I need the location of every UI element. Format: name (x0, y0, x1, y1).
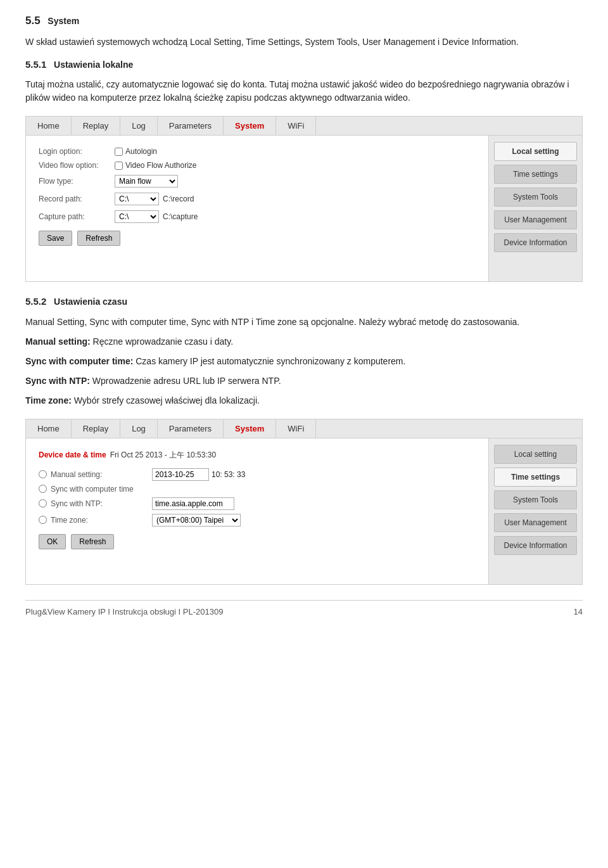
sub2-para3-bold: Sync with computer time: (25, 356, 133, 366)
videoflow-label: Video flow option: (39, 161, 115, 170)
manual-radio[interactable] (39, 470, 47, 478)
flowtype-select[interactable]: Main flow (115, 175, 178, 188)
sub-number-2: 5.5.2 (25, 296, 46, 307)
sidebar-btn-tools-2[interactable]: System Tools (494, 490, 577, 509)
screenshot-2-sidebar: Local setting Time settings System Tools… (488, 438, 582, 584)
section-intro: W skład ustawień systemowych wchodzą Loc… (25, 35, 583, 49)
flowtype-label: Flow type: (39, 177, 115, 186)
sidebar-btn-tools-1[interactable]: System Tools (494, 188, 577, 207)
sidebar-btn-users-1[interactable]: User Management (494, 210, 577, 229)
autologin-checkbox[interactable] (115, 148, 123, 156)
subsection-551: 5.5.1 Ustawienia lokalne Tutaj można ust… (25, 58, 583, 105)
nav-home-1[interactable]: Home (26, 117, 72, 135)
sidebar-btn-local-1[interactable]: Local setting (494, 142, 577, 161)
nav-log-1[interactable]: Log (120, 117, 158, 135)
footer-left: Plug&View Kamery IP I Instrukcja obsługi… (25, 607, 223, 616)
form-row-devicedate: Device date & time Fri Oct 25 2013 - 上午 … (39, 450, 476, 461)
device-date-value: Fri Oct 25 2013 - 上午 10:53:30 (110, 450, 216, 461)
footer-right: 14 (574, 607, 583, 616)
videoflow-checkbox[interactable] (115, 162, 123, 170)
capturepath-value2: C:\capture (163, 212, 198, 221)
screenshot-1-main: Login option: Autologin Video flow optio… (26, 136, 488, 281)
screenshot-2-main: Device date & time Fri Oct 25 2013 - 上午 … (26, 438, 488, 584)
sub2-para3: Sync with computer time: Czas kamery IP … (25, 355, 583, 368)
save-button-1[interactable]: Save (39, 231, 72, 246)
form-buttons-2: OK Refresh (39, 534, 476, 549)
form-row-login: Login option: Autologin (39, 147, 476, 156)
sidebar-btn-local-2[interactable]: Local setting (494, 445, 577, 464)
screenshot-1-content: Login option: Autologin Video flow optio… (26, 136, 582, 281)
form-buttons-1: Save Refresh (39, 231, 476, 246)
sub2-para5-rest: Wybór strefy czasowej właściwej dla loka… (72, 395, 260, 405)
form-row-syncntp: Sync with NTP: (39, 497, 476, 510)
login-value: Autologin (125, 147, 157, 156)
manual-date-input[interactable] (152, 468, 209, 481)
recordpath-label: Record path: (39, 195, 115, 203)
subsection-552: 5.5.2 Ustawienia czasu Manual Setting, S… (25, 295, 583, 407)
nav-log-2[interactable]: Log (120, 419, 158, 438)
syncntp-radio[interactable] (39, 499, 47, 507)
sub2-para1: Manual Setting, Sync with computer time,… (25, 316, 583, 329)
timezone-select[interactable]: (GMT+08:00) Taipei (152, 514, 241, 527)
sub2-para4-bold: Sync with NTP: (25, 376, 90, 386)
nav-system-1[interactable]: System (224, 117, 276, 135)
sub2-para3-rest: Czas kamery IP jest automatycznie synchr… (133, 356, 405, 366)
sub2-para2: Manual setting: Ręczne wprowadzanie czas… (25, 335, 583, 348)
nav-replay-2[interactable]: Replay (72, 419, 120, 438)
sub-title-2: Ustawienia czasu (54, 297, 127, 307)
nav-parameters-1[interactable]: Parameters (158, 117, 224, 135)
syncntp-label: Sync with NTP: (51, 499, 152, 508)
footer: Plug&View Kamery IP I Instrukcja obsługi… (25, 600, 583, 616)
nav-replay-1[interactable]: Replay (72, 117, 120, 135)
synccomputer-radio[interactable] (39, 485, 47, 493)
sub2-para2-rest: Ręczne wprowadzanie czasu i daty. (91, 336, 233, 347)
nav-wifi-1[interactable]: WiFi (276, 117, 316, 135)
timezone-label: Time zone: (51, 516, 152, 525)
sidebar-btn-devinfo-2[interactable]: Device Information (494, 536, 577, 555)
videoflow-value: Video Flow Authorize (125, 161, 197, 170)
screenshot-2: Home Replay Log Parameters System WiFi D… (25, 419, 583, 585)
nav-bar-2: Home Replay Log Parameters System WiFi (26, 419, 582, 438)
form-row-recordpath: Record path: C:\ C:\record (39, 193, 476, 205)
section-55: 5.5 System W skład ustawień systemowych … (25, 13, 583, 49)
form-row-capturepath: Capture path: C:\ C:\capture (39, 210, 476, 223)
ntp-input[interactable] (152, 497, 234, 510)
screenshot-1: Home Replay Log Parameters System WiFi L… (25, 116, 583, 282)
nav-home-2[interactable]: Home (26, 419, 72, 438)
nav-wifi-2[interactable]: WiFi (276, 419, 316, 438)
capturepath-select[interactable]: C:\ (115, 210, 159, 223)
capturepath-label: Capture path: (39, 212, 115, 221)
nav-bar-1: Home Replay Log Parameters System WiFi (26, 117, 582, 136)
refresh-button-1[interactable]: Refresh (77, 231, 120, 246)
login-label: Login option: (39, 147, 115, 156)
sub2-para4-rest: Wprowadzenie adresu URL lub IP serwera N… (90, 376, 281, 386)
section-number: 5.5 (25, 15, 41, 27)
sidebar-btn-devinfo-1[interactable]: Device Information (494, 233, 577, 252)
nav-system-2[interactable]: System (224, 419, 276, 438)
sub2-para2-bold: Manual setting: (25, 336, 91, 347)
form-row-videoflow: Video flow option: Video Flow Authorize (39, 161, 476, 170)
sub2-para5: Time zone: Wybór strefy czasowej właściw… (25, 394, 583, 407)
timezone-radio[interactable] (39, 516, 47, 524)
sub-title-1: Ustawienia lokalne (54, 60, 133, 70)
synccomputer-label: Sync with computer time (51, 485, 152, 494)
manual-time-value: 10: 53: 33 (212, 470, 245, 479)
ok-button-2[interactable]: OK (39, 534, 66, 549)
section-title: System (48, 16, 79, 26)
recordpath-select[interactable]: C:\ (115, 193, 159, 205)
sidebar-btn-users-2[interactable]: User Management (494, 513, 577, 532)
form-row-manual: Manual setting: 10: 53: 33 (39, 468, 476, 481)
sub1-para1: Tutaj można ustalić, czy automatycznie l… (25, 78, 583, 105)
refresh-button-2[interactable]: Refresh (71, 534, 114, 549)
form-row-flowtype: Flow type: Main flow (39, 175, 476, 188)
form-row-timezone: Time zone: (GMT+08:00) Taipei (39, 514, 476, 527)
screenshot-2-content: Device date & time Fri Oct 25 2013 - 上午 … (26, 438, 582, 584)
screenshot-1-sidebar: Local setting Time settings System Tools… (488, 136, 582, 281)
form-row-synccomputer: Sync with computer time (39, 485, 476, 494)
sidebar-btn-time-1[interactable]: Time settings (494, 165, 577, 184)
device-date-label: Device date & time (39, 450, 106, 459)
recordpath-value2: C:\record (163, 195, 194, 203)
sidebar-btn-time-2[interactable]: Time settings (494, 468, 577, 487)
sub-number-1: 5.5.1 (25, 59, 46, 70)
nav-parameters-2[interactable]: Parameters (158, 419, 224, 438)
